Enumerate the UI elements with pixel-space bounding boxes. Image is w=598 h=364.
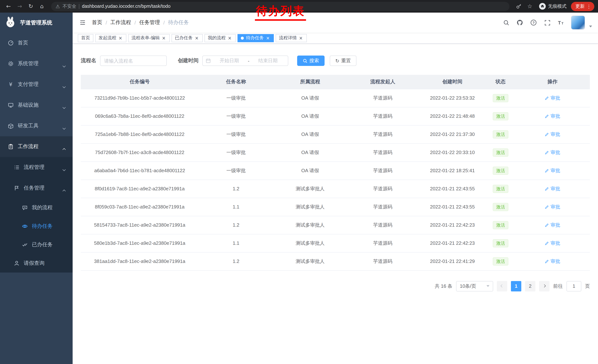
page-button-2[interactable]: 2	[525, 281, 535, 291]
prev-page-button[interactable]	[497, 281, 507, 291]
app-logo-icon	[4, 16, 16, 29]
sidebar-item-todo-tasks[interactable]: 待办任务	[0, 217, 73, 235]
approve-link[interactable]: 审批	[545, 131, 560, 138]
collapse-sidebar-icon[interactable]	[79, 18, 87, 27]
sidebar-item-label: 我的流程	[32, 204, 53, 211]
reset-button[interactable]: ↻ 重置	[330, 56, 357, 66]
range-separator: -	[248, 58, 249, 64]
close-icon[interactable]: ×	[194, 35, 199, 40]
page-button-1[interactable]: 1	[511, 281, 521, 291]
cell-create-time: 2022-01-21 22:43:55	[419, 180, 486, 198]
cell-starter: 芋道源码	[347, 143, 419, 162]
chevron-left-icon	[500, 284, 504, 288]
cell-create-time: 2022-01-22 21:48:48	[419, 107, 486, 125]
status-badge: 激活	[493, 257, 508, 265]
tab-process-detail[interactable]: 流程详情 ×	[276, 34, 307, 42]
edit-icon	[545, 223, 549, 227]
sidebar-item-devtools[interactable]: 研发工具	[0, 115, 73, 136]
approve-link[interactable]: 审批	[545, 203, 560, 210]
page-size-select[interactable]: 10条/页	[456, 281, 493, 291]
cell-starter: 芋道源码	[347, 89, 419, 107]
breadcrumb-task-management[interactable]: 任务管理	[139, 19, 160, 26]
approve-link[interactable]: 审批	[545, 240, 560, 246]
monitor-icon	[8, 102, 14, 108]
cell-task-id: 8f059c03-7ac8-11ec-a9e2-a2380e71991a	[81, 198, 199, 216]
table-row: 8f0d1619-7ac8-11ec-a9e2-a2380e71991a 1.2…	[81, 180, 590, 198]
breadcrumb-workflow[interactable]: 工作流程	[110, 19, 131, 26]
breadcrumb-home[interactable]: 首页	[92, 19, 102, 26]
pagination-total: 共 16 条	[435, 283, 452, 289]
cell-task-name: 1.1	[199, 234, 274, 252]
sidebar-item-label: 已办任务	[32, 242, 53, 248]
chevron-down-icon	[63, 167, 65, 173]
approve-link[interactable]: 审批	[545, 185, 560, 192]
tab-start-process[interactable]: 发起流程 ×	[95, 34, 126, 42]
tab-form-editor[interactable]: 流程表单-编辑 ×	[128, 34, 170, 42]
github-icon[interactable]	[516, 19, 523, 26]
cell-task-name: 1.2	[199, 216, 274, 234]
font-size-icon[interactable]: TT	[557, 19, 565, 26]
process-name-input[interactable]	[100, 56, 167, 66]
edit-icon	[545, 205, 549, 209]
page-size-value: 10条/页	[460, 283, 476, 289]
home-icon[interactable]: ⌂	[37, 1, 47, 11]
cell-task-name: 一级审批	[199, 125, 274, 143]
search-icon[interactable]	[502, 19, 510, 26]
sidebar-item-infrastructure[interactable]: 基础设施	[0, 95, 73, 115]
back-icon[interactable]: ←	[4, 1, 13, 11]
key-icon[interactable]	[514, 1, 523, 11]
pagination: 共 16 条 10条/页 1 2 前往 页	[81, 281, 590, 291]
help-icon[interactable]: ?	[530, 19, 537, 26]
sidebar-item-task-management[interactable]: 任务管理	[0, 178, 73, 198]
close-icon[interactable]: ×	[161, 35, 166, 40]
tab-todo-tasks[interactable]: 待办任务 ×	[238, 34, 274, 42]
approve-link[interactable]: 审批	[545, 167, 560, 174]
avatar[interactable]	[571, 16, 585, 30]
approve-link[interactable]: 审批	[545, 113, 560, 119]
search-button[interactable]: 搜索	[297, 56, 324, 66]
sidebar-item-label: 首页	[18, 40, 28, 46]
sidebar-item-payment[interactable]: ¥ 支付管理	[0, 74, 73, 95]
breadcrumb: 首页 工作流程 任务管理 待办任务	[92, 19, 189, 26]
address-bar[interactable]: ⚠ 不安全 dashboard.yudao.iocoder.cn/bpm/tas…	[51, 2, 509, 11]
update-button[interactable]: 更新 ⋮	[571, 2, 594, 11]
forward-icon[interactable]: →	[15, 1, 25, 11]
app-logo[interactable]: 芋道管理系统	[0, 13, 73, 32]
date-range-picker[interactable]: 开始日期 - 结束日期	[202, 56, 288, 66]
next-page-button[interactable]	[539, 281, 549, 291]
tab-label: 已办任务	[175, 35, 193, 41]
tab-done-tasks[interactable]: 已办任务 ×	[172, 34, 203, 42]
sidebar-item-home[interactable]: 首页	[0, 32, 73, 53]
status-badge: 激活	[493, 112, 508, 120]
approve-link[interactable]: 审批	[545, 149, 560, 156]
edit-icon	[545, 168, 549, 173]
refresh-icon[interactable]: ↻	[26, 1, 36, 11]
sidebar-item-my-process[interactable]: 我的流程	[0, 198, 73, 217]
cell-starter: 芋道源码	[347, 162, 419, 180]
refresh-icon: ↻	[335, 58, 339, 64]
sidebar-item-workflow[interactable]: 工作流程	[0, 136, 73, 157]
close-icon[interactable]: ×	[118, 35, 123, 40]
goto-page-input[interactable]	[566, 281, 581, 291]
close-icon[interactable]: ×	[265, 35, 270, 40]
approve-link[interactable]: 审批	[545, 222, 560, 228]
cell-process: OA 请假	[274, 107, 347, 125]
sidebar-item-leave-query[interactable]: 请假查询	[0, 254, 73, 273]
approve-link[interactable]: 审批	[545, 258, 560, 265]
chevron-down-icon	[63, 64, 65, 70]
column-header: 任务名称	[199, 75, 274, 89]
cell-create-time: 2022-01-21 22:42:23	[419, 216, 486, 234]
tab-my-process[interactable]: 我的流程 ×	[205, 34, 236, 42]
sidebar-item-process-management[interactable]: 流程管理	[0, 157, 73, 178]
sidebar-item-done-tasks[interactable]: 已办任务	[0, 235, 73, 254]
chevron-down-icon[interactable]	[589, 25, 592, 27]
sidebar-item-system[interactable]: 系统管理	[0, 53, 73, 74]
star-icon[interactable]: ☆	[525, 1, 535, 11]
close-icon[interactable]: ×	[298, 35, 303, 40]
cell-process: 测试多审批人	[274, 234, 347, 252]
fullscreen-icon[interactable]	[544, 19, 551, 26]
close-icon[interactable]: ×	[227, 35, 232, 40]
approve-link[interactable]: 审批	[545, 95, 560, 101]
tab-home[interactable]: 首页	[78, 34, 93, 42]
goto-label: 前往	[553, 283, 563, 289]
